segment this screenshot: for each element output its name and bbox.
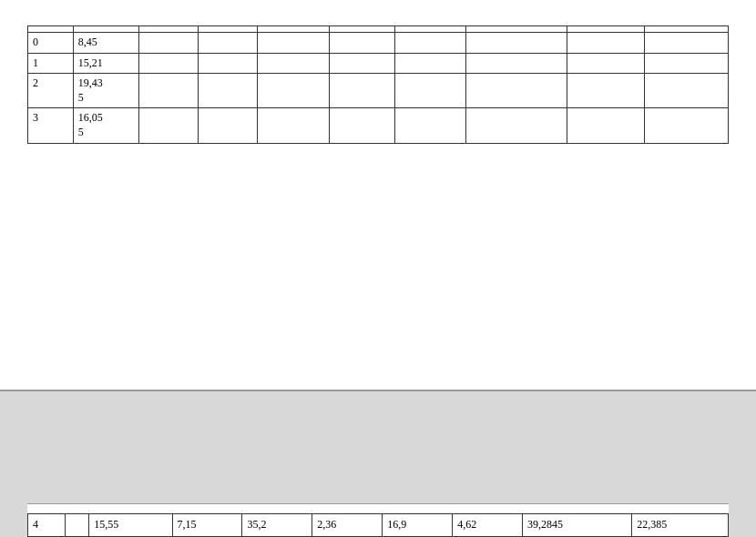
bottom-cell-k <box>65 514 88 537</box>
cell-row2-zpost <box>258 74 329 108</box>
page-bottom: 415,557,1535,22,3616,94,6239,284522,385 <box>0 391 756 537</box>
cell-row0-c <box>199 33 258 54</box>
cell-row3-ch <box>645 108 729 143</box>
cell-row3-p <box>567 108 645 143</box>
header-p <box>567 26 645 33</box>
header-ch <box>645 26 729 33</box>
bottom-cell-zpost: 35,2 <box>242 514 312 537</box>
cell-row2-k: 19,435 <box>73 74 138 108</box>
cell-row1-k: 15,21 <box>73 53 138 74</box>
cell-row2-god: 2 <box>28 74 74 108</box>
header-k <box>73 26 138 33</box>
cell-row0-zper <box>329 33 394 54</box>
header-c <box>199 26 258 33</box>
cell-row3-h <box>394 108 465 143</box>
cell-row3-c <box>199 108 258 143</box>
header-zpost <box>258 26 329 33</box>
bottom-cell-god: 4 <box>28 514 66 537</box>
header-h <box>394 26 465 33</box>
cell-row3-zpost <box>258 108 329 143</box>
bottom-cell-seb: 4,62 <box>453 514 523 537</box>
cell-row2-v <box>138 74 198 108</box>
cell-row1-god: 1 <box>28 53 74 74</box>
bottom-cell-c: 7,15 <box>172 514 242 537</box>
bottom-cell-p: 39,2845 <box>523 514 632 537</box>
bottom-cell-v: 15,55 <box>89 514 172 537</box>
header-god <box>28 26 74 33</box>
cell-row2-h <box>394 74 465 108</box>
cell-row2-ch <box>645 74 729 108</box>
main-table: 08,45115,21219,435316,055 <box>27 25 729 144</box>
bottom-cell-zper: 2,36 <box>312 514 383 537</box>
cell-row2-p <box>567 74 645 108</box>
cell-row0-v <box>138 33 198 54</box>
cell-row3-god: 3 <box>28 108 74 143</box>
cell-row2-zper <box>329 74 394 108</box>
cell-row1-zper <box>329 53 394 74</box>
cell-row2-c <box>199 74 258 108</box>
bottom-table: 415,557,1535,22,3616,94,6239,284522,385 <box>27 513 729 537</box>
header-seb <box>466 26 567 33</box>
page-top: 08,45115,21219,435316,055 <box>0 0 756 391</box>
cell-row1-c <box>199 53 258 74</box>
cell-row3-v <box>138 108 198 143</box>
cell-row0-h <box>394 33 465 54</box>
bottom-cell-ch: 22,385 <box>632 514 729 537</box>
cell-row0-zpost <box>258 33 329 54</box>
header-v <box>138 26 198 33</box>
cell-row3-seb <box>466 108 567 143</box>
cell-row0-god: 0 <box>28 33 74 54</box>
cell-row1-ch <box>645 53 729 74</box>
cell-row3-k: 16,055 <box>73 108 138 143</box>
cell-row1-seb <box>466 53 567 74</box>
cell-row1-zpost <box>258 53 329 74</box>
header-zper <box>329 26 394 33</box>
cell-row2-seb <box>466 74 567 108</box>
cell-row0-seb <box>466 33 567 54</box>
cell-row3-zper <box>329 108 394 143</box>
cell-row1-h <box>394 53 465 74</box>
cell-row1-v <box>138 53 198 74</box>
cell-row0-k: 8,45 <box>73 33 138 54</box>
cell-row1-p <box>567 53 645 74</box>
bottom-section: 415,557,1535,22,3616,94,6239,284522,385 <box>27 503 729 537</box>
cell-row0-p <box>567 33 645 54</box>
cell-row0-ch <box>645 33 729 54</box>
bottom-cell-h: 16,9 <box>383 514 453 537</box>
